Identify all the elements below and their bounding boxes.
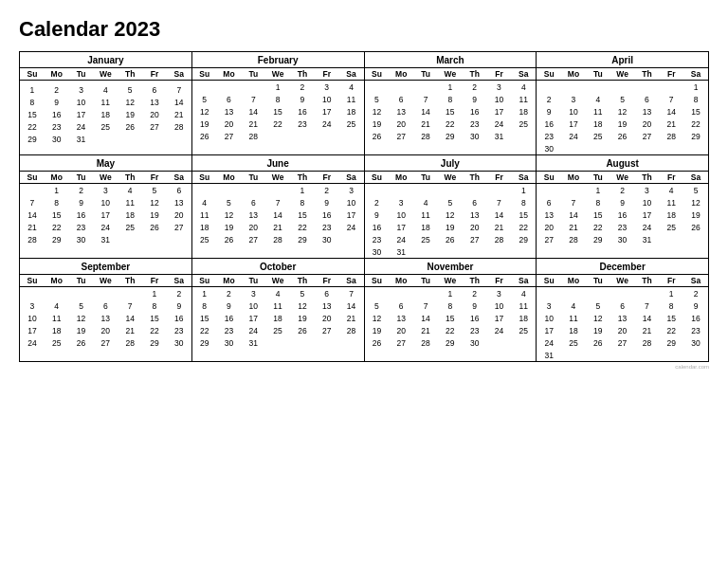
month-block-february: FebruarySuMoTuWeThFrSa123456789101112131… <box>192 52 365 155</box>
day-cell: 11 <box>192 208 217 221</box>
day-cell: 5 <box>683 184 708 197</box>
day-cell: 26 <box>142 221 167 233</box>
day-header: We <box>438 68 463 81</box>
day-cell <box>192 349 217 352</box>
day-cell: 13 <box>167 196 191 208</box>
day-cell: 2 <box>610 184 635 197</box>
day-cell <box>659 245 683 248</box>
day-cell: 21 <box>241 118 265 130</box>
day-cell: 6 <box>463 196 487 208</box>
day-header: Su <box>365 68 390 81</box>
day-cell: 10 <box>537 312 561 324</box>
day-cell <box>265 336 290 349</box>
day-cell: 16 <box>365 221 390 233</box>
day-header: Fr <box>315 172 339 184</box>
day-cell: 18 <box>192 221 217 233</box>
day-header: Su <box>537 68 561 81</box>
month-table: SuMoTuWeThFrSa12345678910111213141516171… <box>365 68 537 145</box>
day-cell <box>586 287 610 300</box>
day-cell <box>118 245 142 248</box>
day-cell <box>93 287 118 300</box>
day-cell: 1 <box>45 184 69 197</box>
day-cell <box>635 245 660 248</box>
day-cell: 10 <box>389 208 413 221</box>
day-cell: 20 <box>315 312 339 324</box>
day-cell: 2 <box>217 287 242 300</box>
day-cell: 19 <box>438 221 463 233</box>
day-cell: 11 <box>511 299 536 312</box>
day-cell <box>561 349 586 361</box>
day-cell <box>241 245 265 248</box>
day-cell: 21 <box>487 221 512 233</box>
day-cell <box>20 184 45 197</box>
day-cell: 14 <box>339 299 364 312</box>
day-header: Th <box>290 172 315 184</box>
day-cell: 24 <box>635 221 660 233</box>
day-cell: 6 <box>389 93 413 105</box>
day-cell: 26 <box>365 130 390 142</box>
day-cell: 18 <box>265 312 290 324</box>
day-cell: 2 <box>537 93 561 105</box>
day-header: Fr <box>315 68 339 81</box>
day-cell <box>45 349 69 352</box>
day-cell: 29 <box>438 130 463 142</box>
day-cell: 20 <box>241 221 265 233</box>
day-cell: 30 <box>365 245 390 258</box>
day-cell: 25 <box>265 324 290 336</box>
day-cell: 13 <box>537 208 561 221</box>
day-cell <box>683 142 708 154</box>
day-cell: 15 <box>683 105 708 118</box>
day-cell <box>290 142 315 145</box>
day-cell: 30 <box>45 133 69 145</box>
day-cell <box>365 287 390 300</box>
day-cell: 19 <box>118 108 142 120</box>
day-cell: 29 <box>192 336 217 349</box>
day-cell: 15 <box>438 105 463 118</box>
day-header: Th <box>118 275 142 287</box>
day-cell <box>93 349 118 352</box>
day-cell <box>265 349 290 352</box>
day-cell <box>315 336 339 349</box>
day-cell: 17 <box>635 208 660 221</box>
day-cell: 27 <box>93 336 118 349</box>
day-cell <box>315 142 339 145</box>
day-header: Th <box>635 172 660 184</box>
day-cell: 17 <box>487 105 512 118</box>
day-cell: 11 <box>339 93 364 105</box>
month-table: SuMoTuWeThFrSa12345678910111213141516171… <box>192 275 364 352</box>
day-header: Th <box>290 68 315 81</box>
day-cell <box>561 245 586 248</box>
day-cell: 3 <box>635 184 660 197</box>
day-cell: 25 <box>93 120 118 133</box>
day-cell: 9 <box>45 96 69 108</box>
day-cell <box>339 130 364 142</box>
day-cell: 16 <box>537 118 561 130</box>
day-cell: 7 <box>339 287 364 300</box>
day-cell: 27 <box>537 233 561 245</box>
day-cell: 15 <box>142 312 167 324</box>
day-cell: 22 <box>586 221 610 233</box>
month-title: June <box>192 155 364 172</box>
day-cell <box>586 349 610 361</box>
day-cell: 3 <box>241 287 265 300</box>
day-cell: 3 <box>93 184 118 197</box>
day-cell: 6 <box>93 299 118 312</box>
day-cell: 7 <box>118 299 142 312</box>
day-cell: 23 <box>290 118 315 130</box>
day-cell: 11 <box>45 312 69 324</box>
month-title: August <box>537 155 708 172</box>
day-cell: 16 <box>167 312 191 324</box>
day-cell <box>93 245 118 248</box>
day-cell: 2 <box>365 196 390 208</box>
day-cell: 15 <box>45 208 69 221</box>
day-cell: 28 <box>659 130 683 142</box>
day-cell: 24 <box>487 118 512 130</box>
day-cell: 20 <box>537 221 561 233</box>
day-cell: 6 <box>635 93 660 105</box>
day-cell <box>365 142 390 145</box>
day-cell: 15 <box>438 312 463 324</box>
day-cell: 24 <box>389 233 413 245</box>
day-cell <box>217 184 242 197</box>
day-header: Sa <box>683 172 708 184</box>
day-cell: 21 <box>167 108 191 120</box>
